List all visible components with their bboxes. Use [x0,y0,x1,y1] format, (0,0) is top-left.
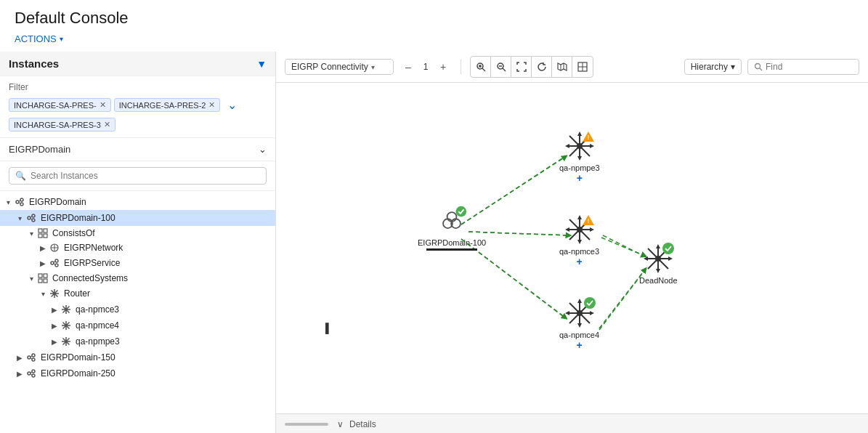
zoom-plus-button[interactable]: + [434,58,452,76]
filter-tag-3-close[interactable]: ✕ [104,120,110,129]
tree-item-qa-npmpe3[interactable]: ▶ qa-npmpe3 [0,333,275,349]
find-input[interactable] [766,62,853,72]
tree-toggle-eigrpnetwork[interactable]: ▶ [38,244,48,252]
qa-npmpe3-canvas-label: qa-npmpe3 [559,163,600,172]
eigrp-domain-icon [13,196,26,208]
hierarchy-chevron-icon: ▾ [731,62,735,72]
svg-marker-122 [577,299,582,303]
svg-point-2 [20,203,23,206]
router-icon [48,288,61,299]
map-button[interactable] [552,57,572,77]
svg-point-100 [577,227,583,232]
canvas-node-qa-npmce4[interactable]: qa-npmce4 + [559,297,599,351]
svg-line-20 [54,262,55,262]
zoom-minus-button[interactable]: – [399,58,417,76]
tree-item-qa-npmce4[interactable]: ▶ qa-npmce4 [0,317,275,333]
zoom-in-button[interactable] [471,57,491,77]
fit-button[interactable] [511,57,532,77]
resize-handle[interactable] [285,423,328,426]
actions-button[interactable]: ACTIONS ▾ [15,33,63,44]
tree-toggle-eigrpservice[interactable]: ▶ [38,259,48,267]
page-title: Default Console [15,9,853,28]
search-icon: 🔍 [15,171,26,181]
svg-marker-113 [656,269,660,273]
tree-item-consistsof[interactable]: ▾ ConsistsOf [0,226,275,240]
eigrpdomain-100-underline [426,248,477,251]
canvas-node-deadnode[interactable]: DeadNode [639,243,678,285]
tree-item-eigrpdomain-250[interactable]: ▶ EIGRPDomain-250 [0,365,275,381]
tree-toggle-250[interactable]: ▶ [15,370,25,378]
tree-toggle-qa-npmce4[interactable]: ▶ [49,322,60,330]
page-header: Default Console ACTIONS ▾ [0,0,868,44]
tree-item-eigrpservice[interactable]: ▶ EIGRPService [0,255,275,271]
tree-toggle-150[interactable]: ▶ [15,354,25,362]
tree-label-qa-npmce4: qa-npmce4 [76,320,119,331]
svg-point-116 [662,243,674,254]
tree-item-eigrpdomain-root[interactable]: ▾ EIGRPDomain [0,194,275,210]
svg-marker-101 [577,215,582,219]
tree-label-eigrpservice: EIGRPService [64,258,120,268]
tree-item-eigrpnetwork[interactable]: ▶ EIGRPNetwork [0,240,275,255]
svg-marker-112 [656,244,660,248]
filter-expand-button[interactable]: ⌄ [226,97,238,113]
filter-icon[interactable]: ▼ [256,58,267,70]
svg-point-6 [32,214,35,217]
details-bar[interactable]: ∨ Details [276,413,868,433]
tree-item-router[interactable]: ▾ Router [0,286,275,302]
svg-text:!: ! [587,217,589,224]
tree-toggle-eigrpdomain-root[interactable]: ▾ [3,198,13,206]
layout-button[interactable] [572,57,593,77]
tree-label-qa-npmce3: qa-npmce3 [76,304,119,315]
left-panel: Instances ▼ Filter INCHARGE-SA-PRES- ✕ I… [0,52,276,433]
canvas-node-eigrpdomain-100[interactable]: EIGRPDomain-100 [418,205,486,251]
tree-item-connectedsystems[interactable]: ▾ ConnectedSystems [0,271,275,286]
svg-point-17 [51,262,54,264]
search-input[interactable] [31,171,260,181]
filter-tag-3: INCHARGE-SA-PRES-3 ✕ [9,118,115,131]
refresh-button[interactable] [532,57,552,77]
instances-title: Instances [9,57,59,70]
svg-marker-91 [577,156,582,161]
tree-toggle-100[interactable]: ▾ [15,214,25,222]
qa-npmce3-expand-button[interactable]: + [576,256,582,267]
tree-toggle-connectedsystems[interactable]: ▾ [26,275,36,283]
eigrpdomain-100-canvas-icon [436,205,468,237]
view-chevron-icon: ▾ [371,63,375,71]
hierarchy-select[interactable]: Hierarchy ▾ [684,59,742,75]
tree-item-eigrpdomain-100[interactable]: ▾ EIGRPDomain-100 [0,210,275,226]
view-label: EIGRP Connectivity [291,62,368,72]
filter-tag-1-close[interactable]: ✕ [100,100,106,110]
eigrp-service-icon [48,257,61,269]
tree-label-eigrpdomain-150: EIGRPDomain-150 [41,352,115,363]
svg-rect-23 [44,274,47,278]
view-select[interactable]: EIGRP Connectivity ▾ [285,59,394,75]
domain-chevron-icon: ⌄ [259,144,267,155]
svg-marker-123 [577,323,582,328]
domain-dropdown[interactable]: EIGRPDomain ⌄ [0,138,275,161]
filter-tag-1: INCHARGE-SA-PRES- ✕ [9,98,111,112]
tree-item-qa-npmce3[interactable]: ▶ qa-npmce3 [0,302,275,317]
svg-point-40 [65,324,68,327]
tree-item-eigrpdomain-150[interactable]: ▶ EIGRPDomain-150 [0,349,275,365]
svg-point-19 [55,264,58,267]
canvas-node-qa-npmce3[interactable]: ! qa-npmce3 + [559,214,599,267]
details-label: ∨ Details [337,419,376,429]
qa-npmce3-canvas-icon: ! [564,214,596,246]
canvas-node-qa-npmpe3[interactable]: ! qa-npmpe3 + [559,130,600,184]
svg-point-69 [755,64,760,69]
svg-point-7 [32,219,35,222]
tree-toggle-router[interactable]: ▾ [38,290,48,298]
svg-point-48 [32,358,35,361]
qa-npmce4-expand-button[interactable]: + [576,339,582,351]
zoom-controls: – 1 + [399,58,452,76]
graph-canvas[interactable]: EIGRPDomain-100 [276,83,868,413]
eigrp-250-icon [25,368,38,379]
tree-toggle-consistsof[interactable]: ▾ [26,230,36,238]
tree-toggle-qa-npmce3[interactable]: ▶ [49,306,60,314]
filter-tag-2-close[interactable]: ✕ [208,100,215,110]
svg-line-80 [599,270,645,328]
tree-toggle-qa-npmpe3[interactable]: ▶ [49,338,60,346]
zoom-out-button[interactable] [491,57,511,77]
qa-npmpe3-expand-button[interactable]: + [577,172,583,184]
svg-marker-90 [577,131,582,136]
